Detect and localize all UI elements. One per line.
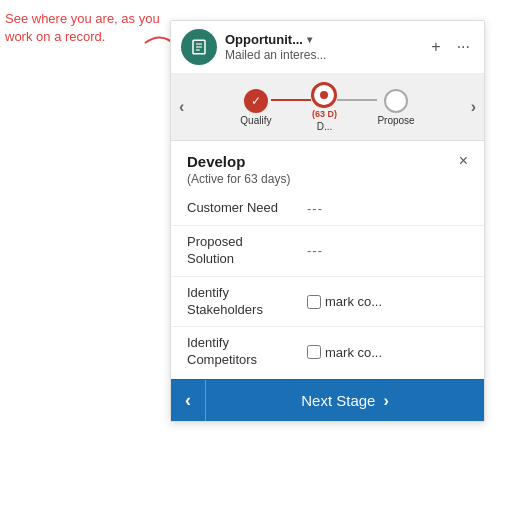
field-identify-stakeholders-label: IdentifyStakeholders bbox=[187, 285, 307, 319]
header-text: Opportunit... ▾ Mailed an interes... bbox=[225, 32, 427, 62]
field-customer-need-label: Customer Need bbox=[187, 200, 307, 217]
record-title: Opportunit... ▾ bbox=[225, 32, 427, 47]
record-icon bbox=[181, 29, 217, 65]
opportunity-card: Opportunit... ▾ Mailed an interes... + ·… bbox=[170, 20, 485, 422]
record-title-text: Opportunit... bbox=[225, 32, 303, 47]
popover-subtitle: (Active for 63 days) bbox=[187, 172, 290, 186]
next-stage-row: ‹ Next Stage › bbox=[171, 379, 484, 421]
stakeholders-checkbox-group: mark co... bbox=[307, 294, 468, 309]
stage-prev-button[interactable]: ‹ bbox=[175, 98, 188, 116]
popover-header: Develop (Active for 63 days) × bbox=[171, 141, 484, 192]
competitors-checkbox[interactable] bbox=[307, 345, 321, 359]
stakeholders-checkbox[interactable] bbox=[307, 295, 321, 309]
connector-2 bbox=[337, 99, 377, 101]
next-stage-button[interactable]: Next Stage › bbox=[206, 382, 484, 420]
field-identify-competitors: IdentifyCompetitors mark co... bbox=[171, 327, 484, 377]
stage-develop-label: D... bbox=[317, 121, 333, 132]
header-actions: + ··· bbox=[427, 37, 474, 57]
next-stage-label: Next Stage bbox=[301, 392, 375, 409]
competitors-checkbox-group: mark co... bbox=[307, 345, 468, 360]
stages-container: ✓ Qualify (63 D) D... Propose bbox=[188, 82, 466, 132]
stakeholders-text: mark co... bbox=[325, 294, 382, 309]
field-identify-stakeholders: IdentifyStakeholders mark co... bbox=[171, 277, 484, 328]
stage-qualify-label: Qualify bbox=[240, 115, 271, 126]
field-identify-competitors-value: mark co... bbox=[307, 345, 468, 360]
stage-develop-wrapper: (63 D) bbox=[311, 82, 337, 119]
stage-develop-badge: (63 D) bbox=[312, 109, 337, 119]
next-stage-prev-button[interactable]: ‹ bbox=[171, 380, 206, 421]
title-chevron-icon[interactable]: ▾ bbox=[307, 34, 312, 45]
annotation-text: See where you are, as you work on a reco… bbox=[5, 10, 160, 46]
field-identify-competitors-label: IdentifyCompetitors bbox=[187, 335, 307, 369]
popover-close-button[interactable]: × bbox=[459, 153, 468, 169]
stage-develop: (63 D) D... bbox=[311, 82, 337, 132]
competitors-text: mark co... bbox=[325, 345, 382, 360]
stage-develop-circle bbox=[311, 82, 337, 108]
popover-title-group: Develop (Active for 63 days) bbox=[187, 153, 290, 186]
stage-bar: ‹ ✓ Qualify (63 D) D... Propose bbox=[171, 74, 484, 141]
field-proposed-solution: ProposedSolution --- bbox=[171, 226, 484, 277]
add-button[interactable]: + bbox=[427, 37, 444, 57]
stage-propose-label: Propose bbox=[377, 115, 414, 126]
popover-panel: Develop (Active for 63 days) × Customer … bbox=[171, 141, 484, 421]
field-proposed-solution-label: ProposedSolution bbox=[187, 234, 307, 268]
field-customer-need-value: --- bbox=[307, 201, 468, 216]
next-stage-chevron-icon: › bbox=[383, 392, 388, 410]
more-button[interactable]: ··· bbox=[453, 37, 474, 57]
record-subtitle: Mailed an interes... bbox=[225, 48, 427, 62]
stage-qualify: ✓ Qualify bbox=[240, 89, 271, 126]
stage-next-button[interactable]: › bbox=[467, 98, 480, 116]
popover-title: Develop bbox=[187, 153, 290, 170]
stage-propose: Propose bbox=[377, 89, 414, 126]
card-header: Opportunit... ▾ Mailed an interes... + ·… bbox=[171, 21, 484, 74]
stage-propose-circle bbox=[384, 89, 408, 113]
stage-qualify-circle: ✓ bbox=[244, 89, 268, 113]
field-customer-need: Customer Need --- bbox=[171, 192, 484, 226]
record-icon-svg bbox=[190, 38, 208, 56]
fields-container: Customer Need --- ProposedSolution --- I… bbox=[171, 192, 484, 377]
field-identify-stakeholders-value: mark co... bbox=[307, 294, 468, 309]
connector-1 bbox=[271, 99, 311, 101]
field-proposed-solution-value: --- bbox=[307, 243, 468, 258]
